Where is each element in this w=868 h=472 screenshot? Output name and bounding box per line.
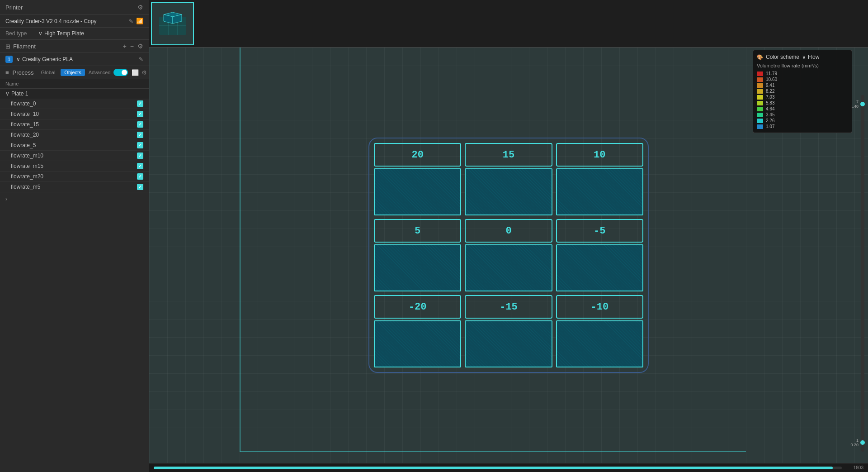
printer-name-row[interactable]: Creality Ender-3 V2 0.4 nozzle - Copy ✎ … [0, 15, 149, 28]
filament-number-badge: 1 [5, 56, 13, 63]
color-entry: 1.07 [757, 124, 848, 129]
scrollbar-track[interactable] [154, 467, 842, 469]
color-scheme-chevron: ∨ [802, 54, 806, 60]
bed-type-row[interactable]: Bed type ∨ High Temp Plate [0, 28, 149, 40]
viewport[interactable]: 20 15 10 5 0 [149, 48, 868, 463]
obj-block-m5[interactable] [556, 244, 643, 291]
color-swatch [757, 95, 763, 100]
filament-name[interactable]: ∨ Creality Generic PLA [16, 56, 135, 62]
color-swatch [757, 119, 763, 123]
obj-block-20[interactable] [374, 168, 461, 215]
color-swatch [757, 77, 763, 82]
obj-block-m15[interactable] [465, 320, 552, 367]
object-list: ∨ Plate 1 flowrate_0 flowrate_10 flowrat… [0, 89, 149, 472]
plate-thumbnail[interactable] [151, 2, 194, 45]
object-checkbox[interactable] [137, 142, 143, 148]
object-checkbox[interactable] [137, 153, 143, 159]
object-checkbox[interactable] [137, 163, 143, 169]
color-value: 11.79 [766, 71, 777, 76]
list-item: flowrate_m5 [0, 182, 149, 192]
filament-entry[interactable]: 1 ∨ Creality Generic PLA ✎ [0, 53, 149, 66]
list-item: flowrate_m20 [0, 172, 149, 182]
v-slider-bottom-handle[interactable] [860, 440, 865, 445]
color-value: 2.26 [766, 118, 774, 123]
tab-objects[interactable]: Objects [61, 69, 85, 76]
build-bottom-edge [240, 451, 746, 452]
obj-block-0[interactable] [465, 244, 552, 291]
color-scheme-dropdown[interactable]: ∨ Flow [802, 54, 819, 60]
plate-chevron: ∨ [5, 91, 9, 97]
object-checkbox[interactable] [137, 184, 143, 190]
process-settings-icon[interactable]: ⚙ [142, 69, 147, 76]
obj-block-5[interactable] [374, 244, 461, 291]
v-slider-top-handle[interactable] [860, 102, 865, 106]
object-checkbox[interactable] [137, 121, 143, 128]
bed-type-chevron: ∨ [38, 30, 42, 37]
color-value: 10.60 [766, 77, 777, 82]
color-scheme-panel: 🎨 Color scheme ∨ Flow Volumetric flow ra… [753, 50, 852, 133]
color-entry: 8.22 [757, 89, 848, 94]
filament-label: Filament [13, 43, 36, 50]
plate-name: Plate 1 [11, 91, 28, 97]
filament-add-button[interactable]: + [123, 43, 127, 50]
printer-label: Printer [5, 4, 23, 11]
object-checkbox[interactable] [137, 173, 143, 180]
plate-header[interactable]: ∨ Plate 1 [0, 89, 149, 99]
printer-icons: ✎ 📶 [129, 18, 143, 24]
process-tabs: Global Objects [38, 69, 85, 76]
object-name: flowrate_m5 [11, 184, 137, 190]
ruler-bottom-value: 1 0.20 [850, 438, 859, 447]
label-box-20: 20 [374, 143, 461, 167]
print-cell-m15: -15 [465, 295, 552, 367]
expand-more[interactable]: › [0, 192, 149, 206]
object-checkbox[interactable] [137, 111, 143, 117]
filament-remove-button[interactable]: − [130, 43, 134, 50]
object-name: flowrate_5 [11, 142, 137, 148]
process-action-icons: ⬜ ⚙ [132, 69, 147, 76]
label-box-10: 10 [556, 143, 643, 167]
color-entry: 7.03 [757, 95, 848, 100]
bottom-scrollbar: 1803 [149, 463, 868, 472]
wifi-icon[interactable]: 📶 [136, 18, 143, 24]
advanced-row: Advanced [89, 69, 128, 76]
obj-block-10[interactable] [556, 168, 643, 215]
obj-block-m10[interactable] [556, 320, 643, 367]
tab-global[interactable]: Global [38, 69, 59, 76]
filament-name-text: Creality Generic PLA [22, 56, 73, 62]
color-entry: 3.45 [757, 112, 848, 117]
print-cell-m20: -20 [374, 295, 461, 367]
print-cell-20: 20 [374, 143, 461, 215]
objects-list-header: Name [0, 79, 149, 89]
process-section: ≡ Process Global Objects Advanced ⬜ ⚙ [0, 66, 149, 79]
printer-settings-icon[interactable]: ⚙ [137, 4, 143, 11]
filament-left: ⊞ Filament [5, 43, 36, 50]
print-cell-m5: -5 [556, 219, 643, 291]
advanced-toggle[interactable] [113, 69, 128, 76]
color-swatch [757, 72, 763, 76]
filament-edit-icon[interactable]: ✎ [139, 56, 143, 62]
name-column-header: Name [5, 81, 143, 86]
object-checkbox[interactable] [137, 100, 143, 107]
bed-type-value[interactable]: ∨ High Temp Plate [38, 30, 84, 37]
object-checkbox[interactable] [137, 132, 143, 138]
print-cell-5: 5 [374, 219, 461, 291]
printer-name: Creality Ender-3 V2 0.4 nozzle - Copy [5, 18, 129, 24]
process-label: Process [13, 69, 34, 76]
edit-printer-icon[interactable]: ✎ [129, 18, 133, 24]
color-entry: 2.26 [757, 118, 848, 123]
printer-section-header: Printer ⚙ [0, 0, 149, 15]
color-value: 4.64 [766, 106, 774, 111]
scrollbar-thumb[interactable] [154, 467, 833, 469]
filament-actions: + − ⚙ [123, 43, 143, 50]
color-swatch [757, 113, 763, 117]
color-scheme-mode: Flow [808, 54, 819, 60]
obj-block-m20[interactable] [374, 320, 461, 367]
obj-block-15[interactable] [465, 168, 552, 215]
label-box-0: 0 [465, 219, 552, 243]
filament-settings-icon[interactable]: ⚙ [137, 43, 143, 50]
process-copy-icon[interactable]: ⬜ [132, 69, 139, 76]
color-entry: 9.41 [757, 83, 848, 88]
thumbnail-strip [149, 0, 868, 48]
object-name: flowrate_10 [11, 111, 137, 117]
process-icon: ≡ [5, 69, 9, 76]
